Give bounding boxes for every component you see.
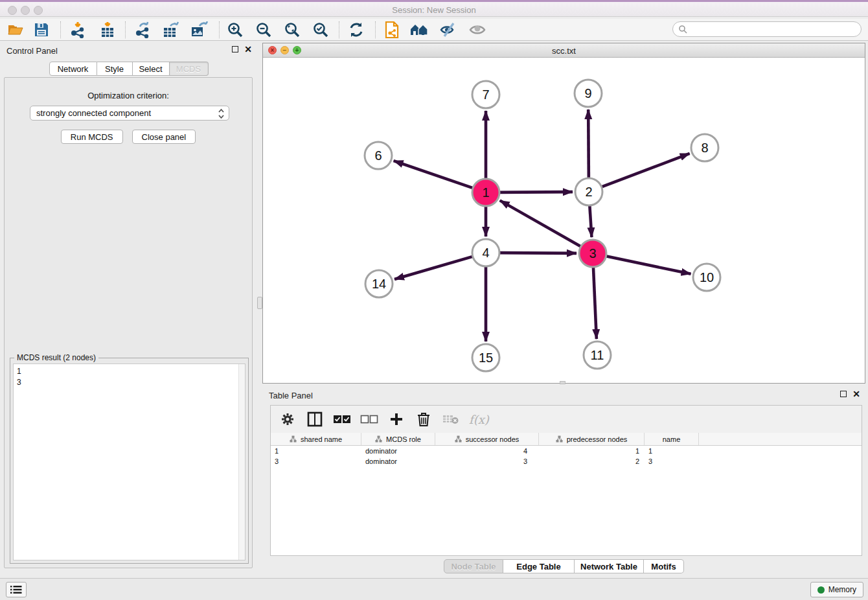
- column-tree-icon: [290, 435, 297, 443]
- memory-status-icon: [817, 586, 825, 594]
- table-row[interactable]: 3dominator323: [271, 456, 862, 467]
- task-history-button[interactable]: [6, 582, 27, 597]
- select-all-icon[interactable]: [333, 410, 351, 428]
- tab-edge-table[interactable]: Edge Table: [503, 559, 575, 573]
- export-image-icon[interactable]: [189, 21, 209, 39]
- mcds-result-line: 3: [17, 377, 242, 388]
- edge-2-9[interactable]: [588, 110, 589, 178]
- close-panel-button[interactable]: Close panel: [132, 130, 196, 144]
- edge-4-3[interactable]: [500, 253, 577, 253]
- column-header-shared-name[interactable]: shared name: [271, 433, 361, 445]
- graph-node-14[interactable]: 14: [365, 270, 393, 297]
- panel-splitter-handle[interactable]: [257, 297, 262, 309]
- column-header-MCDS-role[interactable]: MCDS role: [361, 433, 435, 445]
- column-header-predecessor-nodes[interactable]: predecessor nodes: [539, 433, 645, 445]
- column-header-successor-nodes[interactable]: successor nodes: [435, 433, 539, 445]
- delete-table-icon: [442, 410, 460, 428]
- tab-network[interactable]: Network: [49, 62, 97, 76]
- edge-2-8[interactable]: [602, 154, 690, 187]
- graph-node-4[interactable]: 4: [472, 239, 499, 266]
- table-cell[interactable]: dominator: [361, 446, 435, 456]
- apply-layout-icon[interactable]: [347, 21, 366, 39]
- birdseye-view-icon[interactable]: [410, 21, 429, 39]
- table-cell[interactable]: 3: [645, 456, 699, 467]
- table-cell[interactable]: 2: [539, 456, 645, 467]
- export-table-icon[interactable]: [161, 21, 181, 39]
- graph-node-9[interactable]: 9: [575, 80, 602, 107]
- table-panel-title: Table Panel: [269, 391, 313, 400]
- zoom-selected-icon[interactable]: [311, 21, 330, 39]
- svg-text:8: 8: [701, 141, 708, 155]
- svg-text:3: 3: [589, 246, 596, 260]
- frame-resize-handle[interactable]: [560, 381, 565, 384]
- zoom-in-icon[interactable]: [225, 21, 245, 39]
- graph-node-15[interactable]: 15: [472, 344, 499, 371]
- mcds-result-text[interactable]: 13: [13, 363, 246, 560]
- graph-node-7[interactable]: 7: [472, 81, 499, 108]
- control-panel-title: Control Panel: [6, 46, 58, 56]
- import-network-icon[interactable]: [69, 21, 88, 39]
- table-panel-close-icon[interactable]: ✕: [852, 391, 860, 397]
- table-cell[interactable]: 4: [435, 446, 539, 456]
- control-panel-float-icon[interactable]: [232, 46, 238, 52]
- table-cell[interactable]: 1: [539, 446, 645, 456]
- tab-node-table[interactable]: Node Table: [444, 559, 503, 573]
- memory-button[interactable]: Memory: [810, 582, 863, 597]
- edge-3-10[interactable]: [607, 257, 691, 274]
- mcds-result-group: MCDS result (2 nodes) 13: [10, 358, 249, 564]
- edge-3-1[interactable]: [500, 200, 580, 246]
- mcds-result-scrollbar[interactable]: [238, 364, 245, 560]
- table-panel-float-icon[interactable]: [840, 391, 847, 397]
- table-cell[interactable]: dominator: [361, 456, 435, 467]
- svg-text:11: 11: [591, 348, 604, 362]
- graph-node-2[interactable]: 2: [575, 178, 602, 205]
- graph-node-11[interactable]: 11: [584, 341, 611, 369]
- edge-1-6[interactable]: [394, 161, 473, 188]
- table-row[interactable]: 1dominator411: [271, 446, 862, 456]
- hide-panels-icon[interactable]: [439, 21, 458, 39]
- table-cell[interactable]: 3: [435, 456, 539, 467]
- save-session-icon[interactable]: [32, 21, 51, 39]
- zoom-fit-icon[interactable]: [282, 21, 302, 39]
- tab-motifs[interactable]: Motifs: [644, 559, 684, 573]
- deselect-all-icon[interactable]: [360, 410, 378, 428]
- table-settings-icon[interactable]: [279, 410, 297, 428]
- run-mcds-button[interactable]: Run MCDS: [61, 130, 123, 144]
- tab-select[interactable]: Select: [133, 62, 170, 76]
- export-network-icon[interactable]: [133, 21, 153, 39]
- tab-network-table[interactable]: Network Table: [575, 559, 644, 573]
- search-field[interactable]: [687, 25, 861, 34]
- network-frame-titlebar[interactable]: × − + scc.txt: [263, 43, 865, 58]
- edge-2-3[interactable]: [589, 206, 591, 237]
- new-network-from-selection-icon[interactable]: [382, 21, 402, 39]
- control-panel-tabs: NetworkStyleSelectMCDS: [0, 62, 257, 76]
- table-cell[interactable]: 1: [271, 446, 361, 456]
- search-input[interactable]: [672, 21, 862, 37]
- window-title: Session: New Session: [0, 5, 868, 15]
- control-panel-close-icon[interactable]: ✕: [244, 46, 252, 52]
- import-table-icon[interactable]: [98, 21, 117, 39]
- graph-node-1[interactable]: 1: [472, 179, 499, 206]
- table-cell[interactable]: 3: [271, 456, 361, 467]
- graph-node-10[interactable]: 10: [693, 264, 720, 291]
- graph-node-6[interactable]: 6: [365, 142, 392, 169]
- graph-node-3[interactable]: 3: [579, 240, 606, 267]
- table-cell[interactable]: 1: [645, 446, 699, 456]
- add-column-icon[interactable]: [387, 410, 405, 428]
- edge-3-11[interactable]: [593, 268, 597, 339]
- optimization-criterion-dropdown[interactable]: strongly connected component: [30, 106, 229, 121]
- column-header-name[interactable]: name: [645, 433, 699, 445]
- main-toolbar: [0, 19, 868, 41]
- network-canvas[interactable]: 7968124314101511: [263, 58, 865, 383]
- edge-4-14[interactable]: [394, 257, 472, 279]
- graph-node-8[interactable]: 8: [691, 134, 718, 161]
- tab-mcds[interactable]: MCDS: [170, 62, 209, 76]
- mcds-panel: Optimization criterion: strongly connect…: [4, 77, 253, 568]
- edge-1-2[interactable]: [500, 192, 573, 192]
- open-session-icon[interactable]: [6, 21, 25, 39]
- show-columns-icon[interactable]: [306, 410, 324, 428]
- zoom-out-icon[interactable]: [254, 21, 273, 39]
- column-tree-icon: [556, 435, 563, 443]
- delete-column-icon[interactable]: [415, 410, 433, 428]
- tab-style[interactable]: Style: [97, 62, 133, 76]
